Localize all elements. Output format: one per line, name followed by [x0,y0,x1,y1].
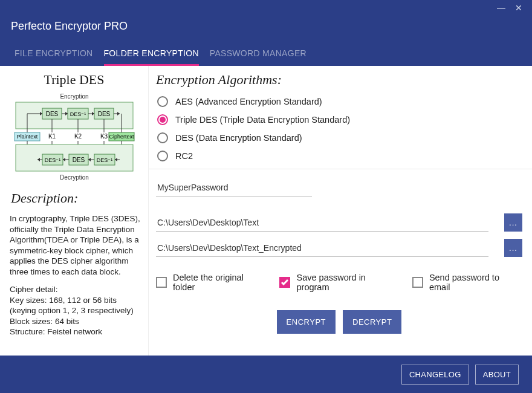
checkbox-label: Save password in program [296,273,397,292]
dest-path-input[interactable] [156,239,488,257]
svg-text:DES: DES [97,111,110,117]
browse-dest-button[interactable]: ... [504,239,522,257]
radio-icon [157,114,168,125]
description-p1: In cryptography, Triple DES (3DES), offi… [10,213,142,277]
close-icon[interactable]: ✕ [510,4,527,12]
svg-text:Decryption: Decryption [60,174,89,181]
check-delete-original[interactable]: Delete the original folder [156,273,265,292]
source-path-input[interactable] [156,214,488,232]
encrypt-button[interactable]: ENCRYPT [277,310,336,334]
check-send-email[interactable]: Send password to email [412,273,520,292]
radio-icon [157,132,168,143]
minimize-icon[interactable]: — [492,4,510,12]
algorithms-heading: Encryption Algorithms: [156,72,522,88]
radio-label: DES (Data Encryption Standard) [175,133,302,143]
header-bar: Perfecto Encryptor PRO [0,15,532,37]
description-p2: Cipher detail: Key sizes: 168, 112 or 56… [10,284,142,337]
radio-label: AES (Advanced Encryption Standard) [175,97,322,106]
changelog-button[interactable]: CHANGELOG [401,365,469,385]
svg-text:Plaintext: Plaintext [16,134,37,140]
about-button[interactable]: ABOUT [475,365,519,385]
description-scroll[interactable]: In cryptography, Triple DES (3DES), offi… [10,213,146,352]
svg-text:DES⁻¹: DES⁻¹ [96,157,112,163]
radio-label: Triple DES (Triple Data Encryption Stand… [175,115,350,125]
svg-text:K3: K3 [100,133,108,140]
section-divider [149,169,532,169]
algo-radio-des[interactable]: DES (Data Encryption Standard) [157,132,522,143]
description-heading: Description: [0,182,148,210]
tab-file-encryption[interactable]: FILE ENCRYPTION [15,41,93,66]
tab-password-manager[interactable]: PASSWORD MANAGER [210,41,307,66]
svg-text:Ciphertext: Ciphertext [109,134,134,140]
algo-radio-aes[interactable]: AES (Advanced Encryption Standard) [157,96,522,107]
radio-label: RC2 [175,151,193,161]
tab-folder-encryption[interactable]: FOLDER ENCRYPTION [104,41,199,66]
tab-bar: FILE ENCRYPTION FOLDER ENCRYPTION PASSWO… [0,37,532,66]
checkbox-icon [156,277,167,288]
checkbox-label: Delete the original folder [173,273,265,292]
algo-radio-rc2[interactable]: RC2 [157,151,522,161]
svg-text:Encryption: Encryption [60,93,88,100]
check-save-password[interactable]: Save password in program [279,273,397,292]
password-input[interactable] [156,179,312,197]
checkbox-icon [279,277,290,288]
svg-text:DES: DES [72,157,85,163]
svg-text:DES⁻¹: DES⁻¹ [70,111,86,117]
radio-icon [157,96,168,107]
checkbox-icon [412,277,423,288]
checkbox-label: Send password to email [429,273,520,292]
diagram-title: Triple DES [5,70,143,91]
app-title: Perfecto Encryptor PRO [11,20,128,33]
svg-text:K1: K1 [48,133,56,140]
title-bar: — ✕ [0,0,532,15]
svg-text:DES: DES [45,111,58,117]
decrypt-button[interactable]: DECRYPT [343,310,401,334]
radio-icon [157,151,168,161]
triple-des-diagram: Encryption DES DES⁻¹ DES Plaintext Ciphe… [11,91,138,182]
algo-radio-triple-des[interactable]: Triple DES (Triple Data Encryption Stand… [157,114,522,125]
sidebar: Triple DES Encryption DES DES⁻¹ DES Plai… [0,66,148,356]
svg-text:DES⁻¹: DES⁻¹ [44,157,60,163]
browse-source-button[interactable]: ... [504,213,522,232]
footer-bar: CHANGELOG ABOUT [0,356,532,393]
main-panel: Encryption Algorithms: AES (Advanced Enc… [148,66,532,356]
svg-text:K2: K2 [74,133,82,140]
